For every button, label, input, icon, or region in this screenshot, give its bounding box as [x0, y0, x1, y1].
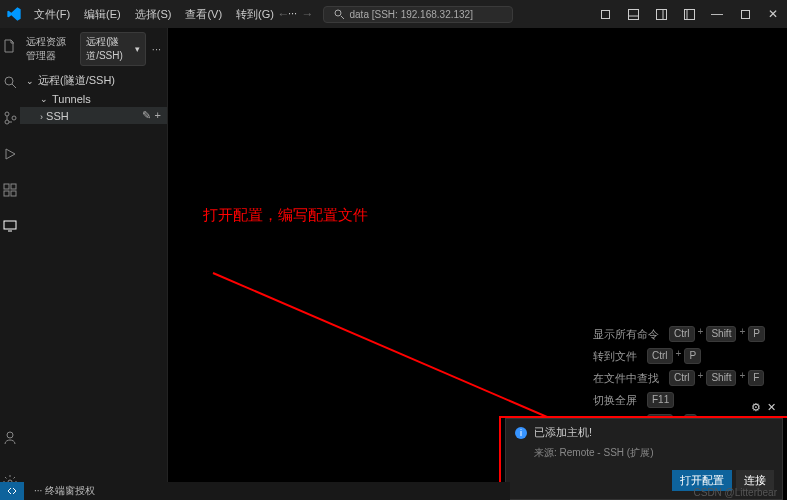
status-bar: ··· 终端窗授权 — [0, 482, 510, 500]
menu-go[interactable]: 转到(G) — [230, 5, 280, 24]
annotation-text: 打开配置，编写配置文件 — [203, 206, 368, 225]
svg-point-0 — [335, 10, 341, 16]
svg-rect-14 — [11, 184, 16, 189]
hint-go-file: 转到文件 — [593, 349, 637, 364]
extensions-icon[interactable] — [0, 180, 20, 200]
sidebar-scope-dropdown[interactable]: 远程(隧道/SSH)▾ — [80, 32, 146, 66]
explorer-icon[interactable] — [0, 36, 20, 56]
svg-point-19 — [7, 432, 13, 438]
title-search: ← → data [SSH: 192.168.32.132] — [275, 6, 513, 23]
scm-icon[interactable] — [0, 108, 20, 128]
title-bar: 文件(F) 编辑(E) 选择(S) 查看(V) 转到(G) ··· ← → da… — [0, 0, 787, 28]
min-icon[interactable]: — — [703, 0, 731, 28]
svg-point-12 — [12, 116, 16, 120]
max-icon[interactable] — [731, 0, 759, 28]
svg-rect-13 — [4, 184, 9, 189]
close-icon[interactable]: ✕ — [759, 0, 787, 28]
search-icon — [334, 9, 344, 19]
account-icon[interactable] — [0, 428, 20, 448]
notif-close-icon[interactable]: ✕ — [767, 401, 776, 414]
debug-icon[interactable] — [0, 144, 20, 164]
svg-rect-6 — [684, 9, 694, 19]
ssh-edit-icon[interactable]: ✎ — [142, 109, 151, 122]
remote-icon[interactable] — [0, 216, 20, 236]
sidebar-item-tunnels[interactable]: ⌄Tunnels — [20, 91, 167, 107]
svg-line-1 — [341, 16, 344, 19]
sidebar-title: 远程资源管理器 — [26, 35, 74, 63]
svg-line-9 — [12, 84, 16, 88]
nav-fwd-icon[interactable]: → — [299, 7, 317, 21]
remote-status-icon[interactable] — [0, 482, 24, 500]
sidebar-header: 远程资源管理器 远程(隧道/SSH)▾ ··· — [20, 28, 167, 70]
menu-bar: 文件(F) 编辑(E) 选择(S) 查看(V) 转到(G) ··· — [28, 5, 303, 24]
svg-point-11 — [5, 120, 9, 124]
activity-bar — [0, 28, 20, 500]
command-center-text: data [SSH: 192.168.32.132] — [350, 9, 473, 20]
svg-rect-15 — [4, 191, 9, 196]
svg-rect-17 — [4, 221, 16, 229]
sidebar-section-remote[interactable]: ⌄远程(隧道/SSH) — [20, 70, 167, 91]
hint-find: 在文件中查找 — [593, 371, 659, 386]
hint-show-all: 显示所有命令 — [593, 327, 659, 342]
window-controls: — ✕ — [591, 0, 787, 28]
hint-fullscreen: 切换全屏 — [593, 393, 637, 408]
svg-point-10 — [5, 112, 9, 116]
menu-edit[interactable]: 编辑(E) — [78, 5, 127, 24]
command-center[interactable]: data [SSH: 192.168.32.132] — [323, 6, 513, 23]
notif-title: 已添加主机! — [534, 425, 592, 440]
layout-toggle-icon[interactable] — [591, 0, 619, 28]
svg-rect-2 — [628, 9, 638, 19]
customize-layout-icon[interactable] — [675, 0, 703, 28]
sidebar-more-icon[interactable]: ··· — [152, 43, 161, 55]
menu-view[interactable]: 查看(V) — [179, 5, 228, 24]
menu-file[interactable]: 文件(F) — [28, 5, 76, 24]
search-activity-icon[interactable] — [0, 72, 20, 92]
ssh-add-icon[interactable]: + — [155, 109, 161, 122]
vscode-logo-icon — [6, 6, 22, 22]
layout-panel-icon[interactable] — [619, 0, 647, 28]
svg-point-8 — [5, 77, 13, 85]
menu-select[interactable]: 选择(S) — [129, 5, 178, 24]
notif-gear-icon[interactable]: ⚙ — [751, 401, 761, 414]
watermark: CSDN @Litterbear — [693, 487, 777, 498]
nav-back-icon[interactable]: ← — [275, 7, 293, 21]
svg-rect-16 — [11, 191, 16, 196]
sidebar-item-ssh[interactable]: › SSH ✎+ — [20, 107, 167, 124]
status-panel[interactable]: ··· 终端窗授权 — [34, 484, 95, 498]
notif-source: 来源: Remote - SSH (扩展) — [506, 446, 782, 466]
info-icon: i — [514, 426, 528, 440]
editor-area: 打开配置，编写配置文件 显示所有命令Ctrl+Shift+P 转到文件Ctrl+… — [168, 28, 787, 500]
svg-rect-4 — [656, 9, 666, 19]
layout-side-icon[interactable] — [647, 0, 675, 28]
svg-text:i: i — [520, 428, 522, 438]
sidebar: 远程资源管理器 远程(隧道/SSH)▾ ··· ⌄远程(隧道/SSH) ⌄Tun… — [20, 28, 168, 500]
